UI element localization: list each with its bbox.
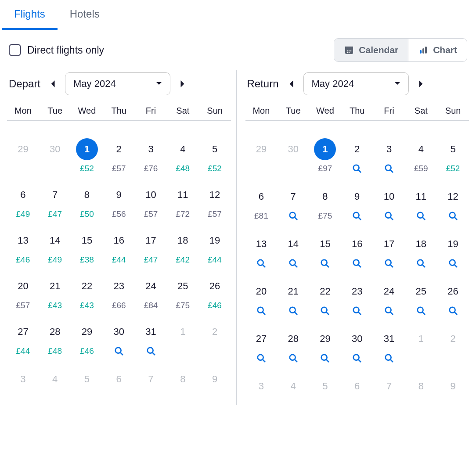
day-price: £52 xyxy=(80,164,94,173)
calendar-view-button[interactable]: Calendar xyxy=(334,39,408,61)
svg-line-45 xyxy=(294,312,297,315)
calendar-day[interactable]: 4£48 xyxy=(167,138,199,173)
calendar-day[interactable]: 4£59 xyxy=(405,138,437,175)
calendar-day[interactable]: 16£44 xyxy=(103,230,135,265)
calendar-day[interactable]: 23£66 xyxy=(103,275,135,310)
calendar-day[interactable]: 14 xyxy=(277,233,309,270)
svg-line-51 xyxy=(390,312,393,315)
svg-rect-1 xyxy=(345,47,353,49)
calendar-day[interactable]: 21£43 xyxy=(39,275,71,310)
day-number: 3 xyxy=(140,138,162,160)
search-icon xyxy=(352,164,362,175)
depart-next-month-button[interactable] xyxy=(178,78,187,90)
calendar-day[interactable]: 8£50 xyxy=(71,184,103,219)
direct-flights-checkbox[interactable]: Direct flights only xyxy=(9,44,104,56)
calendar-day[interactable]: 10 xyxy=(373,186,405,223)
calendar-day: 30 xyxy=(277,138,309,175)
calendar-day[interactable]: 26 xyxy=(437,280,469,317)
chart-view-button[interactable]: Chart xyxy=(408,39,467,61)
calendar-day[interactable]: 14£49 xyxy=(39,230,71,265)
calendar-day[interactable]: 5£52 xyxy=(199,138,231,173)
tab-hotels[interactable]: Hotels xyxy=(58,0,112,30)
calendar-day[interactable]: 24 xyxy=(373,280,405,317)
calendar-day: 29 xyxy=(7,138,39,173)
calendar-day[interactable]: 30 xyxy=(341,328,373,365)
calendar-day[interactable]: 30 xyxy=(103,321,135,358)
calendar-day[interactable]: 12£57 xyxy=(199,184,231,219)
calendar-day[interactable]: 27£44 xyxy=(7,321,39,358)
calendar-day: 1 xyxy=(405,328,437,365)
calendar-day[interactable]: 23 xyxy=(341,280,373,317)
calendar-day[interactable]: 28 xyxy=(277,328,309,365)
depart-month-select[interactable]: May 2024 xyxy=(65,72,170,95)
search-icon xyxy=(288,259,298,270)
search-icon xyxy=(384,259,394,270)
calendar-day[interactable]: 13 xyxy=(245,233,278,270)
calendar-day[interactable]: 25£75 xyxy=(167,275,199,310)
calendar-day[interactable]: 9 xyxy=(341,186,373,223)
day-price: £57 xyxy=(208,209,222,219)
search-icon xyxy=(352,259,362,270)
calendar-day[interactable]: 16 xyxy=(341,233,373,270)
calendar-day[interactable]: 8£75 xyxy=(309,186,341,223)
day-number: 6 xyxy=(346,375,368,397)
calendar-day[interactable]: 31 xyxy=(135,321,167,358)
calendar-day[interactable]: 11 xyxy=(405,186,437,223)
calendar-day[interactable]: 27 xyxy=(245,328,278,365)
svg-line-59 xyxy=(294,359,297,362)
calendar-day[interactable]: 22 xyxy=(309,280,341,317)
calendar-day[interactable]: 11£72 xyxy=(167,184,199,219)
day-price: £52 xyxy=(446,164,460,173)
calendar-day[interactable]: 10£57 xyxy=(135,184,167,219)
calendar-day[interactable]: 7£47 xyxy=(39,184,71,219)
calendar-day[interactable]: 22£43 xyxy=(71,275,103,310)
calendar-day[interactable]: 3£76 xyxy=(135,138,167,173)
calendar-day[interactable]: 9£56 xyxy=(103,184,135,219)
calendar-day[interactable]: 17 xyxy=(373,233,405,270)
calendar-day[interactable]: 13£46 xyxy=(7,230,39,265)
calendar-day[interactable]: 19£44 xyxy=(199,230,231,265)
svg-line-15 xyxy=(358,170,361,172)
calendar-day[interactable]: 2£57 xyxy=(103,138,135,173)
calendar-day[interactable]: 20 xyxy=(245,280,278,317)
day-number: 3 xyxy=(12,368,34,390)
calendar-day[interactable]: 6£49 xyxy=(7,184,39,219)
calendar-day[interactable]: 6£81 xyxy=(245,186,278,223)
calendar-day[interactable]: 17£47 xyxy=(135,230,167,265)
calendar-day[interactable]: 12 xyxy=(437,186,469,223)
day-number: 8 xyxy=(76,184,98,206)
calendar-day[interactable]: 26£46 xyxy=(199,275,231,310)
calendar-day[interactable]: 28£48 xyxy=(39,321,71,358)
calendar-day[interactable]: 29 xyxy=(309,328,341,365)
day-number: 1 xyxy=(76,138,98,160)
return-next-month-button[interactable] xyxy=(417,78,426,90)
calendar-day[interactable]: 31 xyxy=(373,328,405,365)
calendar-day[interactable]: 3 xyxy=(373,138,405,175)
calendar-day[interactable]: 20£57 xyxy=(7,275,39,310)
calendar-day[interactable]: 15£38 xyxy=(71,230,103,265)
calendar-day[interactable]: 7 xyxy=(277,186,309,223)
depart-prev-month-button[interactable] xyxy=(48,78,57,90)
day-number: 23 xyxy=(346,280,368,302)
chevron-left-icon xyxy=(288,80,294,88)
calendar-day[interactable]: 25 xyxy=(405,280,437,317)
tab-flights[interactable]: Flights xyxy=(2,0,58,30)
return-month-select[interactable]: May 2024 xyxy=(303,72,409,95)
chart-view-label: Chart xyxy=(433,45,457,55)
calendar-day[interactable]: 21 xyxy=(277,280,309,317)
return-prev-month-button[interactable] xyxy=(287,78,296,90)
calendar-day[interactable]: 2 xyxy=(341,138,373,175)
calendar-day[interactable]: 1£52 xyxy=(71,138,103,173)
svg-line-11 xyxy=(120,352,123,355)
calendar-day: 1 xyxy=(167,321,199,358)
calendar-day[interactable]: 29£46 xyxy=(71,321,103,358)
calendar-day[interactable]: 15 xyxy=(309,233,341,270)
calendar-day[interactable]: 5£52 xyxy=(437,138,469,175)
search-icon xyxy=(416,306,426,317)
calendar-day[interactable]: 24£84 xyxy=(135,275,167,310)
calendar-day[interactable]: 18 xyxy=(405,233,437,270)
day-number: 29 xyxy=(12,138,34,160)
calendar-day[interactable]: 1£97 xyxy=(309,138,341,175)
calendar-day[interactable]: 18£42 xyxy=(167,230,199,265)
calendar-day[interactable]: 19 xyxy=(437,233,469,270)
